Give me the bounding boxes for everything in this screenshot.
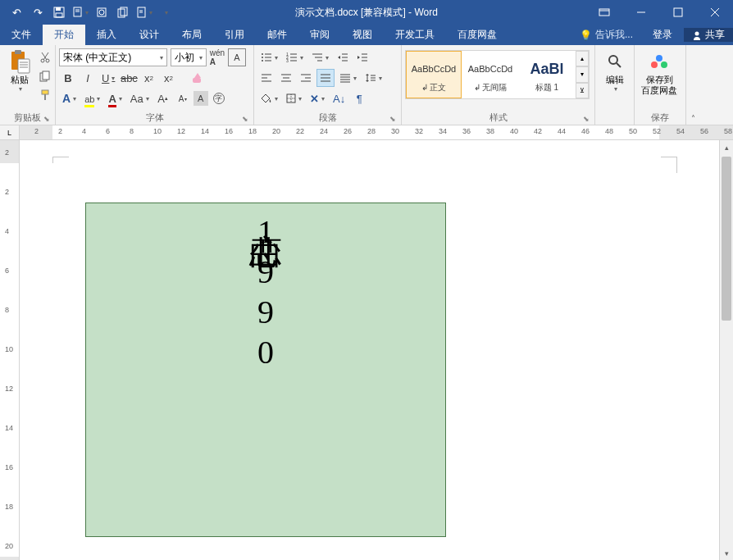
enclose-char-button[interactable]: 字 — [210, 89, 228, 107]
close-button[interactable] — [696, 0, 733, 25]
collapse-ribbon-button[interactable]: ˄ — [691, 114, 695, 123]
gallery-up-button[interactable]: ▴ — [576, 51, 589, 66]
ribbon-display-button[interactable] — [585, 0, 622, 25]
sort-button[interactable]: A↓ — [330, 89, 348, 107]
asian-layout-button[interactable]: ✕▾ — [307, 89, 328, 107]
char-shading-button[interactable]: A — [193, 91, 208, 106]
tab-design[interactable]: 设计 — [128, 25, 171, 45]
change-case-button[interactable]: Aa▾ — [127, 89, 153, 107]
tab-file[interactable]: 文件 — [0, 25, 43, 45]
document-text[interactable]: 恋曲1990 — [244, 207, 289, 374]
tab-view[interactable]: 视图 — [341, 25, 384, 45]
tab-home[interactable]: 开始 — [43, 25, 85, 45]
svg-rect-29 — [43, 71, 49, 80]
line-spacing-button[interactable]: ▾ — [362, 69, 385, 87]
ruler-horizontal[interactable]: L 22468101214161820222426283032343638404… — [0, 125, 733, 140]
svg-point-80 — [651, 61, 658, 68]
style-nospacing[interactable]: AaBbCcDd ↲ 无间隔 — [462, 51, 518, 98]
text-effects-button[interactable]: A▾ — [59, 89, 80, 107]
align-distributed-button[interactable]: ▾ — [336, 69, 360, 87]
tell-me-search[interactable]: 💡 告诉我... — [571, 28, 641, 42]
window-title: 演示文档.docx [兼容模式] - Word — [295, 6, 438, 20]
underline-button[interactable]: U▾ — [98, 69, 118, 87]
save-to-baidu-button[interactable]: 保存到百度网盘 — [638, 47, 681, 98]
qa-button-7[interactable]: ▾ — [134, 2, 154, 22]
qa-button-6[interactable] — [113, 2, 133, 22]
tab-review[interactable]: 审阅 — [298, 25, 341, 45]
scroll-thumb[interactable] — [722, 157, 731, 321]
paste-button[interactable]: 粘贴 ▾ — [3, 47, 36, 94]
qa-button-4[interactable]: ▾ — [71, 2, 90, 22]
numbering-button[interactable]: 123▾ — [283, 48, 307, 66]
bullets-button[interactable]: ▾ — [257, 48, 281, 66]
ribbon: 粘贴 ▾ 剪贴板 ⬊ 宋体 (中 — [0, 45, 733, 125]
grow-font-button[interactable]: A▴ — [154, 89, 172, 107]
tab-selector[interactable]: L — [0, 125, 20, 139]
qa-customize-button[interactable]: ▾ — [156, 2, 175, 22]
align-left-button[interactable] — [257, 69, 275, 87]
strikethrough-button[interactable]: abc — [120, 69, 138, 87]
svg-rect-1 — [56, 7, 61, 11]
vertical-scrollbar[interactable]: ▴ ▾ — [719, 140, 733, 560]
styles-gallery: AaBbCcDd ↲ 正文 AaBbCcDd ↲ 无间隔 AaBl 标题 1 ▴… — [405, 50, 590, 99]
gallery-more-button[interactable]: ⊻ — [576, 83, 589, 98]
ribbon-tabs: 文件 开始 插入 设计 布局 引用 邮件 审阅 视图 开发工具 百度网盘 💡 告… — [0, 25, 733, 45]
tab-baidu[interactable]: 百度网盘 — [446, 25, 508, 45]
phonetic-guide-button[interactable]: wénA — [208, 48, 226, 66]
tab-developer[interactable]: 开发工具 — [384, 25, 446, 45]
font-launcher[interactable]: ⬊ — [240, 115, 250, 125]
italic-button[interactable]: I — [79, 69, 97, 87]
align-right-button[interactable] — [297, 69, 315, 87]
scroll-up-button[interactable]: ▴ — [720, 140, 733, 154]
gallery-down-button[interactable]: ▾ — [576, 66, 589, 82]
undo-button[interactable]: ↶ — [7, 2, 26, 22]
save-button[interactable] — [49, 2, 69, 22]
show-marks-button[interactable]: ¶ — [350, 89, 368, 107]
style-normal[interactable]: AaBbCcDd ↲ 正文 — [406, 51, 462, 98]
editing-button[interactable]: 编辑 ▾ — [599, 47, 631, 94]
scroll-down-button[interactable]: ▾ — [720, 546, 733, 560]
align-center-button[interactable] — [277, 69, 295, 87]
tab-mailings[interactable]: 邮件 — [256, 25, 298, 45]
clear-format-button[interactable] — [189, 69, 207, 87]
style-heading1[interactable]: AaBl 标题 1 — [519, 51, 575, 98]
font-color-button[interactable]: A▾ — [105, 89, 125, 107]
chevron-down-icon: ▾ — [160, 54, 163, 61]
tab-insert[interactable]: 插入 — [85, 25, 128, 45]
superscript-button[interactable]: x2 — [159, 69, 177, 87]
svg-point-33 — [262, 53, 263, 55]
redo-button[interactable]: ↷ — [28, 2, 48, 22]
highlight-button[interactable]: ab▾ — [81, 89, 103, 107]
shading-button[interactable]: ▾ — [257, 89, 281, 107]
shrink-font-button[interactable]: A▾ — [174, 89, 192, 107]
text-box[interactable]: 恋曲1990 — [85, 203, 446, 537]
clipboard-launcher[interactable]: ⬊ — [42, 115, 52, 125]
tab-layout[interactable]: 布局 — [171, 25, 213, 45]
subscript-button[interactable]: x2 — [139, 69, 157, 87]
paragraph-launcher[interactable]: ⬊ — [388, 115, 398, 125]
align-justify-button[interactable] — [316, 69, 335, 87]
font-size-combo[interactable]: 小初 ▾ — [171, 48, 207, 66]
cut-button[interactable] — [36, 48, 54, 66]
multilevel-list-button[interactable]: ▾ — [308, 48, 332, 66]
char-border-button[interactable]: A — [228, 48, 246, 66]
increase-indent-button[interactable] — [353, 48, 371, 66]
maximize-button[interactable] — [659, 0, 696, 25]
share-button[interactable]: 共享 — [684, 28, 733, 42]
bold-button[interactable]: B — [59, 69, 77, 87]
styles-launcher[interactable]: ⬊ — [581, 115, 591, 125]
copy-button[interactable] — [36, 67, 54, 85]
svg-rect-2 — [56, 13, 62, 17]
document-canvas[interactable]: 恋曲1990 — [20, 140, 719, 560]
svg-rect-32 — [193, 78, 201, 83]
qa-button-5[interactable] — [92, 2, 112, 22]
font-name-combo[interactable]: 宋体 (中文正文) ▾ — [59, 48, 167, 66]
borders-button[interactable]: ▾ — [283, 89, 305, 107]
format-painter-button[interactable] — [36, 86, 54, 104]
ruler-vertical[interactable]: 22468101214161820 — [0, 140, 20, 560]
person-icon — [692, 30, 702, 40]
tab-references[interactable]: 引用 — [213, 25, 256, 45]
login-button[interactable]: 登录 — [641, 28, 684, 42]
minimize-button[interactable] — [622, 0, 659, 25]
decrease-indent-button[interactable] — [334, 48, 352, 66]
